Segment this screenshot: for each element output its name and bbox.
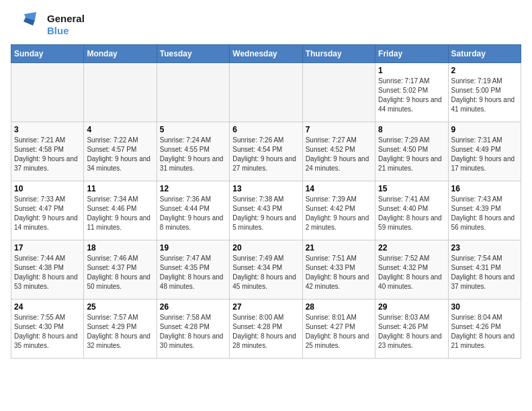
calendar-cell: 10Sunrise: 7:33 AM Sunset: 4:47 PM Dayli… [11, 181, 84, 240]
calendar-cell: 11Sunrise: 7:34 AM Sunset: 4:46 PM Dayli… [84, 181, 157, 240]
calendar-cell: 16Sunrise: 7:43 AM Sunset: 4:39 PM Dayli… [448, 181, 521, 240]
calendar-cell: 6Sunrise: 7:26 AM Sunset: 4:54 PM Daylig… [230, 122, 302, 181]
calendar-cell: 18Sunrise: 7:46 AM Sunset: 4:37 PM Dayli… [84, 240, 157, 300]
calendar-cell: 1Sunrise: 7:17 AM Sunset: 5:02 PM Daylig… [375, 63, 448, 122]
calendar-cell: 23Sunrise: 7:54 AM Sunset: 4:31 PM Dayli… [448, 240, 521, 300]
calendar-cell: 30Sunrise: 8:04 AM Sunset: 4:26 PM Dayli… [448, 300, 521, 359]
day-number: 6 [232, 125, 299, 134]
calendar-cell: 13Sunrise: 7:38 AM Sunset: 4:43 PM Dayli… [230, 181, 302, 240]
calendar-cell: 4Sunrise: 7:22 AM Sunset: 4:57 PM Daylig… [84, 122, 157, 181]
day-number: 12 [160, 184, 226, 193]
day-info: Sunrise: 7:38 AM Sunset: 4:43 PM Dayligh… [232, 195, 299, 232]
day-number: 25 [87, 302, 153, 312]
calendar-cell: 5Sunrise: 7:24 AM Sunset: 4:55 PM Daylig… [157, 122, 229, 181]
day-number: 7 [306, 125, 372, 134]
day-info: Sunrise: 7:52 AM Sunset: 4:32 PM Dayligh… [378, 254, 445, 291]
calendar-cell: 9Sunrise: 7:31 AM Sunset: 4:49 PM Daylig… [448, 122, 521, 181]
day-number: 26 [160, 302, 226, 312]
day-info: Sunrise: 8:04 AM Sunset: 4:26 PM Dayligh… [451, 313, 518, 351]
day-number: 14 [306, 184, 372, 193]
calendar-week-1: 1Sunrise: 7:17 AM Sunset: 5:02 PM Daylig… [11, 63, 521, 122]
day-number: 30 [451, 302, 518, 312]
day-info: Sunrise: 7:54 AM Sunset: 4:31 PM Dayligh… [451, 254, 518, 291]
day-info: Sunrise: 7:55 AM Sunset: 4:30 PM Dayligh… [14, 313, 81, 351]
day-number: 22 [378, 243, 445, 253]
calendar-cell: 21Sunrise: 7:51 AM Sunset: 4:33 PM Dayli… [302, 240, 375, 300]
day-number: 8 [378, 125, 445, 134]
day-info: Sunrise: 7:34 AM Sunset: 4:46 PM Dayligh… [87, 195, 153, 232]
day-info: Sunrise: 7:27 AM Sunset: 4:52 PM Dayligh… [306, 136, 372, 173]
calendar-cell: 27Sunrise: 8:00 AM Sunset: 4:28 PM Dayli… [230, 300, 302, 359]
calendar-cell: 2Sunrise: 7:19 AM Sunset: 5:00 PM Daylig… [448, 63, 521, 122]
day-info: Sunrise: 7:22 AM Sunset: 4:57 PM Dayligh… [87, 136, 153, 173]
calendar-cell: 20Sunrise: 7:49 AM Sunset: 4:34 PM Dayli… [230, 240, 302, 300]
calendar-week-4: 17Sunrise: 7:44 AM Sunset: 4:38 PM Dayli… [11, 240, 521, 300]
calendar-cell: 22Sunrise: 7:52 AM Sunset: 4:32 PM Dayli… [375, 240, 448, 300]
day-info: Sunrise: 7:57 AM Sunset: 4:29 PM Dayligh… [87, 313, 153, 351]
day-number: 19 [160, 243, 226, 253]
calendar-cell: 8Sunrise: 7:29 AM Sunset: 4:50 PM Daylig… [375, 122, 448, 181]
calendar-cell: 3Sunrise: 7:21 AM Sunset: 4:58 PM Daylig… [11, 122, 84, 181]
day-info: Sunrise: 7:41 AM Sunset: 4:40 PM Dayligh… [378, 195, 445, 232]
day-number: 28 [306, 302, 372, 312]
calendar-week-3: 10Sunrise: 7:33 AM Sunset: 4:47 PM Dayli… [11, 181, 521, 240]
day-number: 4 [87, 125, 153, 134]
calendar-header-sunday: Sunday [11, 45, 84, 63]
calendar-cell [302, 63, 375, 122]
day-number: 10 [14, 184, 81, 193]
logo-line2: Blue [47, 25, 85, 37]
calendar-cell: 26Sunrise: 7:58 AM Sunset: 4:28 PM Dayli… [157, 300, 229, 359]
day-number: 13 [232, 184, 299, 193]
day-info: Sunrise: 7:44 AM Sunset: 4:38 PM Dayligh… [14, 254, 81, 291]
day-info: Sunrise: 8:03 AM Sunset: 4:26 PM Dayligh… [378, 313, 445, 351]
calendar-cell: 12Sunrise: 7:36 AM Sunset: 4:44 PM Dayli… [157, 181, 229, 240]
logo: GeneralBlue [11, 11, 85, 39]
calendar-header-thursday: Thursday [302, 45, 375, 63]
day-info: Sunrise: 7:21 AM Sunset: 4:58 PM Dayligh… [14, 136, 81, 173]
logo-line1: General [47, 13, 85, 25]
day-info: Sunrise: 7:58 AM Sunset: 4:28 PM Dayligh… [160, 313, 226, 351]
day-info: Sunrise: 7:26 AM Sunset: 4:54 PM Dayligh… [232, 136, 299, 173]
day-number: 11 [87, 184, 153, 193]
calendar-cell: 17Sunrise: 7:44 AM Sunset: 4:38 PM Dayli… [11, 240, 84, 300]
calendar-cell [157, 63, 229, 122]
header: GeneralBlue [11, 11, 521, 39]
day-number: 3 [14, 125, 81, 134]
day-info: Sunrise: 7:17 AM Sunset: 5:02 PM Dayligh… [378, 77, 445, 114]
day-number: 23 [451, 243, 518, 253]
calendar-header-row: SundayMondayTuesdayWednesdayThursdayFrid… [11, 45, 521, 63]
day-info: Sunrise: 7:31 AM Sunset: 4:49 PM Dayligh… [451, 136, 518, 173]
day-info: Sunrise: 7:36 AM Sunset: 4:44 PM Dayligh… [160, 195, 226, 232]
day-number: 9 [451, 125, 518, 134]
logo-svg [11, 11, 44, 39]
calendar-cell [11, 63, 84, 122]
day-info: Sunrise: 7:39 AM Sunset: 4:42 PM Dayligh… [306, 195, 372, 232]
calendar-header-tuesday: Tuesday [157, 45, 229, 63]
day-number: 24 [14, 302, 81, 312]
calendar-cell: 19Sunrise: 7:47 AM Sunset: 4:35 PM Dayli… [157, 240, 229, 300]
day-number: 20 [232, 243, 299, 253]
calendar-cell: 14Sunrise: 7:39 AM Sunset: 4:42 PM Dayli… [302, 181, 375, 240]
day-number: 21 [306, 243, 372, 253]
day-info: Sunrise: 7:19 AM Sunset: 5:00 PM Dayligh… [451, 77, 518, 114]
calendar-cell [230, 63, 302, 122]
calendar-header-monday: Monday [84, 45, 157, 63]
calendar-cell: 28Sunrise: 8:01 AM Sunset: 4:27 PM Dayli… [302, 300, 375, 359]
day-number: 15 [378, 184, 445, 193]
day-info: Sunrise: 7:33 AM Sunset: 4:47 PM Dayligh… [14, 195, 81, 232]
day-info: Sunrise: 7:49 AM Sunset: 4:34 PM Dayligh… [232, 254, 299, 291]
calendar: SundayMondayTuesdayWednesdayThursdayFrid… [11, 44, 521, 359]
day-info: Sunrise: 7:29 AM Sunset: 4:50 PM Dayligh… [378, 136, 445, 173]
day-number: 17 [14, 243, 81, 253]
calendar-week-5: 24Sunrise: 7:55 AM Sunset: 4:30 PM Dayli… [11, 300, 521, 359]
day-info: Sunrise: 7:43 AM Sunset: 4:39 PM Dayligh… [451, 195, 518, 232]
day-number: 29 [378, 302, 445, 312]
calendar-cell: 24Sunrise: 7:55 AM Sunset: 4:30 PM Dayli… [11, 300, 84, 359]
day-info: Sunrise: 8:00 AM Sunset: 4:28 PM Dayligh… [232, 313, 299, 351]
day-info: Sunrise: 7:47 AM Sunset: 4:35 PM Dayligh… [160, 254, 226, 291]
calendar-header-wednesday: Wednesday [230, 45, 302, 63]
calendar-header-friday: Friday [375, 45, 448, 63]
day-info: Sunrise: 7:46 AM Sunset: 4:37 PM Dayligh… [87, 254, 153, 291]
calendar-cell: 25Sunrise: 7:57 AM Sunset: 4:29 PM Dayli… [84, 300, 157, 359]
day-number: 5 [160, 125, 226, 134]
